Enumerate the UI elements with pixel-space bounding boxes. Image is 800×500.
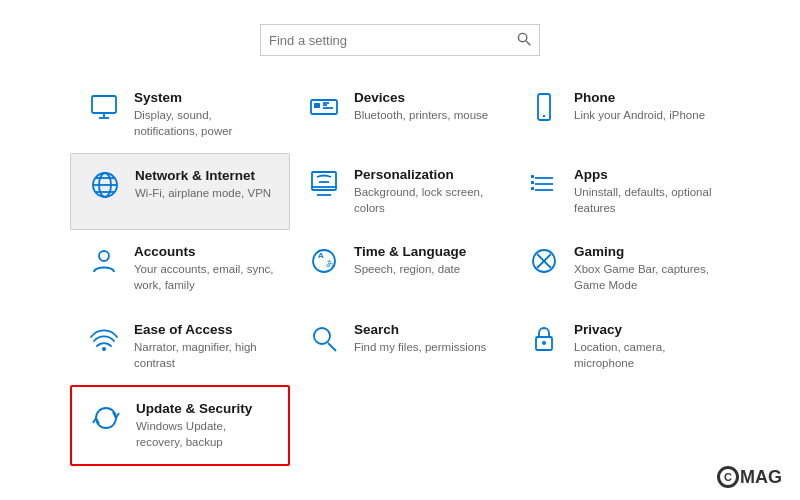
setting-text-update: Update & Security Windows Update, recove…: [136, 401, 272, 450]
devices-icon: [306, 92, 342, 122]
setting-item-accounts[interactable]: Accounts Your accounts, email, sync, wor…: [70, 230, 290, 307]
setting-desc-time: Speech, region, date: [354, 261, 466, 277]
setting-text-personalization: Personalization Background, lock screen,…: [354, 167, 494, 216]
setting-title-time: Time & Language: [354, 244, 466, 259]
search-input[interactable]: [269, 33, 517, 48]
setting-desc-gaming: Xbox Game Bar, captures, Game Mode: [574, 261, 714, 293]
gaming-icon: [526, 246, 562, 276]
accounts-icon: [86, 246, 122, 276]
svg-point-34: [314, 328, 330, 344]
setting-text-ease: Ease of Access Narrator, magnifier, high…: [134, 322, 274, 371]
privacy-icon: [526, 324, 562, 354]
setting-item-ease[interactable]: Ease of Access Narrator, magnifier, high…: [70, 308, 290, 385]
update-icon: [88, 403, 124, 433]
settings-grid: System Display, sound, notifications, po…: [10, 76, 790, 466]
setting-title-accounts: Accounts: [134, 244, 274, 259]
svg-text:あ: あ: [326, 259, 334, 268]
svg-text:A: A: [318, 251, 324, 260]
setting-text-accounts: Accounts Your accounts, email, sync, wor…: [134, 244, 274, 293]
setting-desc-phone: Link your Android, iPhone: [574, 107, 705, 123]
time-icon: A あ: [306, 246, 342, 276]
phone-icon: [526, 92, 562, 122]
setting-text-devices: Devices Bluetooth, printers, mouse: [354, 90, 488, 123]
svg-rect-24: [531, 181, 534, 184]
setting-desc-accounts: Your accounts, email, sync, work, family: [134, 261, 274, 293]
setting-text-system: System Display, sound, notifications, po…: [134, 90, 274, 139]
network-icon: [87, 170, 123, 200]
svg-line-35: [328, 343, 336, 351]
search-bar-container: [0, 0, 800, 76]
setting-title-update: Update & Security: [136, 401, 272, 416]
setting-text-search: Search Find my files, permissions: [354, 322, 486, 355]
setting-item-privacy[interactable]: Privacy Location, camera, microphone: [510, 308, 730, 385]
setting-desc-ease: Narrator, magnifier, high contrast: [134, 339, 274, 371]
cmag-logo: C MAG: [717, 466, 782, 488]
logo-text: MAG: [740, 467, 782, 488]
setting-desc-apps: Uninstall, defaults, optional features: [574, 184, 714, 216]
setting-title-search: Search: [354, 322, 486, 337]
setting-item-personalization[interactable]: Personalization Background, lock screen,…: [290, 153, 510, 230]
setting-item-system[interactable]: System Display, sound, notifications, po…: [70, 76, 290, 153]
svg-line-1: [526, 41, 530, 45]
setting-title-privacy: Privacy: [574, 322, 714, 337]
setting-desc-search: Find my files, permissions: [354, 339, 486, 355]
setting-text-gaming: Gaming Xbox Game Bar, captures, Game Mod…: [574, 244, 714, 293]
setting-title-devices: Devices: [354, 90, 488, 105]
svg-point-26: [99, 251, 109, 261]
setting-item-time[interactable]: A あ Time & Language Speech, region, date: [290, 230, 510, 307]
setting-desc-privacy: Location, camera, microphone: [574, 339, 714, 371]
setting-text-time: Time & Language Speech, region, date: [354, 244, 466, 277]
setting-item-devices[interactable]: Devices Bluetooth, printers, mouse: [290, 76, 510, 153]
setting-item-gaming[interactable]: Gaming Xbox Game Bar, captures, Game Mod…: [510, 230, 730, 307]
svg-rect-2: [92, 96, 116, 113]
setting-desc-devices: Bluetooth, printers, mouse: [354, 107, 488, 123]
setting-text-privacy: Privacy Location, camera, microphone: [574, 322, 714, 371]
setting-title-apps: Apps: [574, 167, 714, 182]
setting-title-system: System: [134, 90, 274, 105]
svg-point-37: [542, 341, 546, 345]
c-logo-circle: C: [717, 466, 739, 488]
setting-item-network[interactable]: Network & Internet Wi-Fi, airplane mode,…: [70, 153, 290, 230]
search-icon: [306, 324, 342, 354]
svg-point-33: [102, 347, 106, 351]
setting-title-ease: Ease of Access: [134, 322, 274, 337]
setting-title-gaming: Gaming: [574, 244, 714, 259]
setting-desc-personalization: Background, lock screen, colors: [354, 184, 494, 216]
system-icon: [86, 92, 122, 122]
setting-item-update[interactable]: Update & Security Windows Update, recove…: [70, 385, 290, 466]
setting-title-network: Network & Internet: [135, 168, 271, 183]
search-bar: [260, 24, 540, 56]
svg-rect-6: [314, 103, 320, 108]
setting-item-search[interactable]: Search Find my files, permissions: [290, 308, 510, 385]
setting-desc-network: Wi-Fi, airplane mode, VPN: [135, 185, 271, 201]
setting-text-apps: Apps Uninstall, defaults, optional featu…: [574, 167, 714, 216]
apps-icon: [526, 169, 562, 199]
setting-text-network: Network & Internet Wi-Fi, airplane mode,…: [135, 168, 271, 201]
svg-rect-23: [531, 175, 534, 178]
setting-desc-system: Display, sound, notifications, power: [134, 107, 274, 139]
svg-rect-25: [531, 187, 534, 190]
personalization-icon: [306, 169, 342, 199]
setting-title-phone: Phone: [574, 90, 705, 105]
setting-desc-update: Windows Update, recovery, backup: [136, 418, 272, 450]
search-icon: [517, 32, 531, 49]
setting-item-apps[interactable]: Apps Uninstall, defaults, optional featu…: [510, 153, 730, 230]
setting-text-phone: Phone Link your Android, iPhone: [574, 90, 705, 123]
ease-icon: [86, 324, 122, 354]
setting-title-personalization: Personalization: [354, 167, 494, 182]
svg-point-0: [518, 33, 526, 41]
setting-item-phone[interactable]: Phone Link your Android, iPhone: [510, 76, 730, 153]
